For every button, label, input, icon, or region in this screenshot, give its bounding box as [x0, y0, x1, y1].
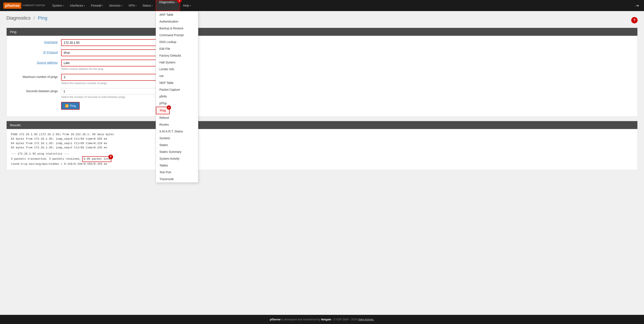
menu-command-prompt[interactable]: Command Prompt [156, 32, 198, 38]
results-panel: Results PING 172.16.1.93 (172.16.1.93) f… [6, 121, 638, 170]
nav-items: System ▾ Interfaces ▾ Firewall ▾ Service… [49, 0, 634, 11]
hostname-row: Hostname 3 [11, 39, 633, 46]
results-panel-heading: Results [6, 121, 638, 129]
footer-netgate: Netgate [321, 318, 331, 321]
chevron-down-icon: ▾ [122, 4, 122, 7]
breadcrumb-separator: / [34, 15, 35, 21]
menu-traceroute[interactable]: Traceroute [156, 176, 198, 182]
source-address-label: Source address [11, 60, 58, 64]
menu-states[interactable]: States [156, 142, 198, 148]
menu-ping[interactable]: Ping 2 [156, 107, 170, 114]
hostname-label: Hostname [11, 39, 58, 44]
footer-brand: pfSense [270, 318, 281, 321]
breadcrumb-current: Ping [38, 15, 47, 21]
nav-services[interactable]: Services ▾ [106, 0, 126, 11]
button-row: 📶 Ping 7 [11, 102, 633, 110]
menu-tables[interactable]: Tables [156, 162, 198, 169]
menu-halt-system[interactable]: Halt System [156, 59, 198, 66]
menu-edit-file[interactable]: Edit File [156, 45, 198, 52]
menu-pfinfo[interactable]: pfInfo [156, 93, 198, 100]
menu-sockets[interactable]: Sockets [156, 135, 198, 142]
ping-button[interactable]: 📶 Ping [61, 102, 80, 110]
footer: pfSense is developed and maintained by N… [0, 315, 644, 324]
ping-panel-body: Hostname 3 IP Protocol IPv4 IPv6 4 [6, 36, 638, 116]
menu-factory-defaults[interactable]: Factory Defaults [156, 52, 198, 59]
chevron-down-icon: ▾ [63, 4, 64, 7]
result-line-4: 64 bytes from 172.16.1.93: icmp_seq=2 tt… [11, 146, 633, 150]
menu-smart-status[interactable]: S.M.A.R.T. Status [156, 128, 198, 135]
max-pings-label: Maximum number of pings [11, 74, 58, 78]
nav-end: ⇥ [634, 3, 640, 8]
breadcrumb: Diagnostics / Ping [6, 15, 47, 21]
wifi-icon: 📶 [65, 104, 68, 107]
nav-help[interactable]: Help ▾ [180, 0, 194, 11]
nav-interfaces[interactable]: Interfaces ▾ [67, 0, 88, 11]
chevron-down-icon: ▾ [102, 4, 103, 7]
menu-arp-table[interactable]: ARP Table [156, 11, 198, 18]
result-line-2: 64 bytes from 172.16.1.93: icmp_seq=0 tt… [11, 137, 633, 141]
packet-loss-highlight: 0.0% packet loss 8 [82, 156, 112, 162]
chevron-down-icon: ▾ [190, 4, 191, 7]
seconds-label: Seconds between pings [11, 88, 58, 93]
result-line-6: --- 172.16.1.93 ping statistics --- [11, 152, 633, 156]
nav-system[interactable]: System ▾ [49, 0, 67, 11]
ip-protocol-label: IP Protocol [11, 49, 58, 54]
brand-logo: pfsense [4, 2, 21, 9]
results-text: PING 172.16.1.93 (172.16.1.93) from 10.2… [11, 132, 633, 166]
menu-dns-lookup[interactable]: DNS Lookup [156, 38, 198, 45]
menu-limiter-info[interactable]: Limiter Info [156, 66, 198, 73]
help-button[interactable]: ? [631, 17, 638, 23]
menu-ndp-table[interactable]: NDP Table [156, 79, 198, 86]
ping-menu-badge: 2 [167, 105, 171, 110]
menu-system-activity[interactable]: System Activity [156, 155, 198, 162]
result-line-1: PING 172.16.1.93 (172.16.1.93) from 10.2… [11, 132, 633, 137]
brand: pfsense COMMUNITY EDITION [4, 2, 45, 9]
menu-pftop[interactable]: pfTop [156, 100, 198, 107]
footer-license-link[interactable]: View license. [358, 318, 374, 321]
menu-mtr[interactable]: mtr [156, 73, 198, 79]
nav-diagnostics-container: Diagnostics ▾ 1 ARP Table Authentication… [156, 0, 180, 11]
page-content: Diagnostics / Ping ? Ping Hostname 3 [0, 11, 644, 315]
chevron-down-icon: ▾ [136, 4, 136, 7]
source-address-row: Source address LAN WAN 5 Select source a… [11, 60, 633, 70]
button-label-spacer [11, 102, 58, 103]
result-line-7: 3 packets transmitted, 3 packets receive… [11, 156, 633, 162]
nav-firewall[interactable]: Firewall ▾ [88, 0, 106, 11]
ping-panel-heading: Ping [6, 28, 638, 36]
nav-status[interactable]: Status ▾ [140, 0, 156, 11]
menu-states-summary[interactable]: States Summary [156, 148, 198, 155]
result-line-3: 64 bytes from 172.16.1.93: icmp_seq=1 tt… [11, 141, 633, 146]
menu-authentication[interactable]: Authentication [156, 18, 198, 25]
menu-backup-restore[interactable]: Backup & Restore [156, 25, 198, 32]
footer-text: pfSense is developed and maintained by N… [270, 318, 374, 321]
nav-vpn[interactable]: VPN ▾ [126, 0, 140, 11]
chevron-down-icon: ▾ [152, 4, 153, 7]
ip-protocol-row: IP Protocol IPv4 IPv6 4 [11, 49, 633, 56]
diagnostics-dropdown: ARP Table Authentication Backup & Restor… [156, 11, 198, 183]
brand-edition: COMMUNITY EDITION [22, 4, 45, 7]
packet-loss-badge: 8 [108, 155, 113, 159]
result-spacer [11, 150, 633, 152]
menu-test-port[interactable]: Test Port [156, 169, 198, 176]
navbar: pfsense COMMUNITY EDITION System ▾ Inter… [0, 0, 644, 11]
max-pings-row: Maximum number of pings 3 1 5 10 6 Selec… [11, 74, 633, 85]
seconds-row: Seconds between pings 1 2 5 Select the n… [11, 88, 633, 99]
logout-icon[interactable]: ⇥ [634, 1, 640, 9]
menu-packet-capture[interactable]: Packet Capture [156, 86, 198, 93]
results-panel-body: PING 172.16.1.93 (172.16.1.93) from 10.2… [6, 129, 638, 170]
chevron-down-icon: ▾ [84, 4, 85, 7]
chevron-down-icon: ▾ [176, 1, 176, 3]
menu-reboot[interactable]: Reboot [156, 114, 198, 121]
nav-diagnostics[interactable]: Diagnostics ▾ 1 [156, 0, 180, 11]
ping-panel: Ping Hostname 3 IP Protocol IPv [6, 28, 638, 117]
menu-routes[interactable]: Routes [156, 121, 198, 128]
result-line-8: round-trip min/avg/max/stddev = 8.218/8.… [11, 162, 633, 166]
